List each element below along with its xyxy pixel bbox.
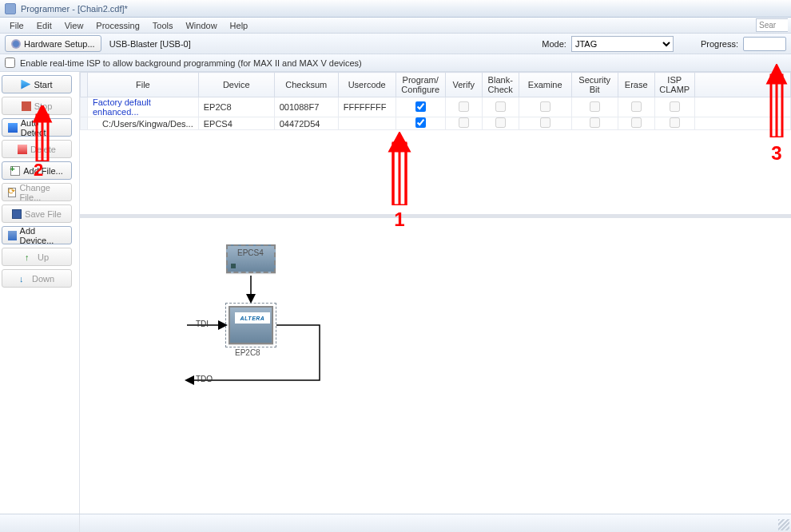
down-button[interactable]: Down — [2, 269, 72, 288]
auto-detect-button[interactable]: Auto Detect — [2, 118, 72, 137]
mode-label: Mode: — [542, 39, 566, 49]
program-checkbox[interactable] — [415, 117, 426, 128]
add-file-button[interactable]: Add File... — [2, 161, 72, 180]
security-checkbox — [590, 101, 600, 112]
chip-ep2c8-label: EP2C8 — [235, 348, 260, 357]
tdi-label: TDI — [196, 320, 209, 328]
cell-usercode — [338, 117, 396, 130]
realtime-isp-label: Enable real-time ISP to allow background… — [20, 58, 362, 68]
stop-button[interactable]: Stop — [2, 97, 72, 115]
cell-usercode: FFFFFFFF — [338, 97, 396, 117]
col-security-bit[interactable]: Security Bit — [571, 73, 618, 97]
up-button[interactable]: Up — [2, 248, 72, 266]
col-usercode[interactable]: Usercode — [338, 73, 396, 97]
verify-checkbox — [459, 117, 469, 128]
isp-checkbox — [670, 117, 680, 128]
chain-diagram[interactable]: EPCS4 ALTERA EP2C8 TDI TDO — [80, 217, 791, 514]
col-device[interactable]: Device — [198, 73, 274, 97]
menu-edit[interactable]: Edit — [30, 18, 58, 33]
blank-checkbox — [495, 117, 506, 128]
option-row: Enable real-time ISP to allow background… — [0, 54, 791, 72]
chip-epcs4-label: EPCS4 — [237, 248, 264, 257]
examine-checkbox — [540, 117, 551, 128]
isp-checkbox — [670, 101, 680, 112]
progress-bar — [743, 37, 786, 51]
erase-checkbox — [631, 117, 642, 128]
chip-epcs4[interactable]: EPCS4 — [226, 244, 276, 273]
table-row[interactable]: C:/Users/Kingwa/Des... EPCS4 04472D54 — [81, 117, 791, 130]
col-examine[interactable]: Examine — [519, 73, 571, 97]
tdo-label: TDO — [196, 375, 213, 383]
toolbar: Hardware Setup... USB-Blaster [USB-0] Mo… — [0, 34, 791, 54]
device-grid: File Device Checksum Usercode Program/ C… — [80, 72, 791, 217]
blank-checkbox — [495, 101, 506, 112]
window-title: Programmer - [Chain2.cdf]* — [21, 4, 128, 14]
add-device-button[interactable]: Add Device... — [2, 226, 72, 244]
sidebar: Start Stop Auto Detect Delete Add File..… — [0, 72, 80, 514]
grid-corner — [81, 73, 88, 97]
altera-logo: ALTERA — [235, 312, 270, 324]
menu-file[interactable]: File — [3, 18, 30, 33]
cell-file[interactable]: Factory default enhanced... — [88, 97, 199, 117]
gear-icon — [11, 39, 21, 49]
hardware-status: USB-Blaster [USB-0] — [109, 39, 191, 49]
menu-view[interactable]: View — [58, 18, 90, 33]
verify-checkbox — [459, 101, 469, 112]
col-checksum[interactable]: Checksum — [274, 73, 338, 97]
chip-ep2c8[interactable]: ALTERA — [229, 306, 273, 344]
detect-icon — [8, 123, 18, 133]
up-icon — [25, 252, 34, 262]
col-isp-clamp[interactable]: ISP CLAMP — [654, 73, 694, 97]
col-erase[interactable]: Erase — [618, 73, 654, 97]
save-file-button[interactable]: Save File — [2, 204, 72, 223]
progress-label: Progress: — [701, 39, 738, 49]
pin1-indicator — [231, 264, 236, 268]
table-row[interactable]: Factory default enhanced... EP2C8 001088… — [81, 97, 791, 117]
delete-icon — [18, 145, 27, 154]
title-bar: Programmer - [Chain2.cdf]* — [0, 0, 791, 18]
cell-device: EPCS4 — [198, 117, 274, 130]
menu-tools[interactable]: Tools — [146, 18, 180, 33]
menu-help[interactable]: Help — [224, 18, 255, 33]
delete-button[interactable]: Delete — [2, 140, 72, 158]
cell-file[interactable]: C:/Users/Kingwa/Des... — [88, 117, 199, 130]
col-verify[interactable]: Verify — [445, 73, 482, 97]
hardware-setup-button[interactable]: Hardware Setup... — [5, 35, 101, 52]
menu-bar: File Edit View Processing Tools Window H… — [0, 18, 791, 34]
col-spacer — [694, 73, 790, 97]
resize-grip[interactable] — [778, 519, 789, 530]
col-file[interactable]: File — [88, 73, 199, 97]
down-icon — [19, 274, 29, 284]
hardware-setup-label: Hardware Setup... — [24, 39, 95, 49]
mode-select[interactable]: JTAG — [571, 36, 674, 52]
change-file-icon — [8, 188, 16, 197]
status-bar — [0, 514, 791, 532]
app-icon — [5, 3, 16, 14]
start-button[interactable]: Start — [2, 75, 72, 93]
examine-checkbox — [540, 101, 551, 112]
menu-window[interactable]: Window — [179, 18, 223, 33]
stop-icon — [22, 101, 31, 111]
wires — [80, 218, 791, 394]
save-icon — [12, 209, 22, 219]
add-device-icon — [8, 231, 17, 240]
add-file-icon — [10, 166, 20, 176]
erase-checkbox — [631, 101, 642, 112]
cell-checksum: 001088F7 — [274, 97, 338, 117]
search-input[interactable]: Sear — [756, 18, 788, 32]
cell-checksum: 04472D54 — [274, 117, 338, 130]
cell-device: EP2C8 — [198, 97, 274, 117]
change-file-button[interactable]: Change File... — [2, 183, 72, 201]
col-program[interactable]: Program/ Configure — [396, 73, 445, 97]
program-checkbox[interactable] — [415, 101, 426, 112]
play-icon — [21, 80, 30, 89]
col-blank-check[interactable]: Blank- Check — [482, 73, 519, 97]
menu-processing[interactable]: Processing — [89, 18, 145, 33]
grid-header-row: File Device Checksum Usercode Program/ C… — [81, 73, 791, 97]
security-checkbox — [590, 117, 600, 128]
realtime-isp-checkbox[interactable] — [5, 58, 15, 68]
